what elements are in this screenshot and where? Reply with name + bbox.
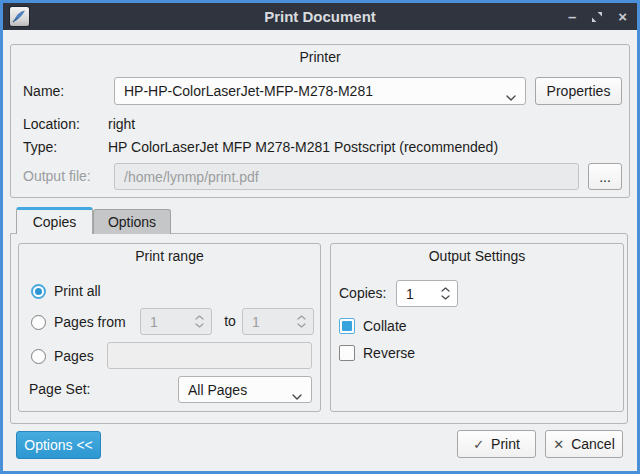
reverse-checkbox[interactable] — [339, 345, 355, 361]
close-button[interactable]: × — [618, 9, 627, 24]
to-label: to — [220, 308, 240, 335]
type-value: HP ColorLaserJet MFP M278-M281 Postscrip… — [108, 139, 498, 155]
properties-button-label: Properties — [547, 83, 611, 99]
page-to-value: 1 — [252, 314, 260, 330]
window-title: Print Document — [3, 8, 637, 25]
pages-range-input — [107, 342, 312, 369]
print-button[interactable]: ✓ Print — [457, 430, 536, 458]
print-button-label: Print — [491, 436, 520, 452]
titlebar: Print Document – × — [3, 3, 637, 30]
pages-from-radio[interactable] — [31, 315, 46, 330]
options-toggle-label: Options << — [24, 437, 93, 453]
copies-spinner[interactable]: 1 — [396, 280, 458, 307]
cancel-button-label: Cancel — [571, 436, 615, 452]
collate-label[interactable]: Collate — [363, 318, 407, 334]
print-dialog-window: Print Document – × Printer Name: HP-HP-C… — [0, 0, 640, 474]
type-label: Type: — [23, 139, 57, 155]
print-range-group-title: Print range — [19, 248, 320, 264]
tab-copies[interactable]: Copies — [16, 207, 93, 234]
copies-label: Copies: — [339, 280, 386, 307]
pages-radio[interactable] — [31, 349, 46, 364]
minimize-button[interactable]: – — [568, 9, 576, 24]
printer-name-label: Name: — [23, 77, 64, 105]
page-from-value: 1 — [150, 314, 158, 330]
spinner-arrows-icon — [297, 315, 306, 328]
reverse-label[interactable]: Reverse — [363, 345, 415, 361]
page-set-label: Page Set: — [29, 376, 91, 403]
copies-value: 1 — [406, 286, 414, 302]
maximize-button[interactable] — [591, 11, 603, 23]
printer-name-select[interactable]: HP-HP-ColorLaserJet-MFP-M278-M281 — [114, 77, 526, 105]
collate-checkbox[interactable] — [339, 318, 355, 334]
page-set-select[interactable]: All Pages — [178, 376, 312, 403]
pages-from-label[interactable]: Pages from — [54, 315, 126, 330]
location-value: right — [108, 116, 135, 132]
tab-options[interactable]: Options — [93, 209, 171, 234]
output-file-label: Output file: — [23, 163, 91, 190]
output-file-value: /home/lynmp/print.pdf — [124, 169, 259, 185]
printer-group: Printer Name: HP-HP-ColorLaserJet-MFP-M2… — [10, 44, 630, 198]
tab-options-label: Options — [108, 214, 156, 230]
print-all-radio[interactable] — [31, 284, 46, 299]
printer-group-title: Printer — [11, 49, 629, 65]
app-icon — [10, 7, 29, 26]
tab-copies-label: Copies — [33, 214, 77, 230]
page-to-spinner: 1 — [242, 308, 314, 335]
output-settings-group-title: Output Settings — [331, 248, 623, 264]
spinner-arrows-icon[interactable] — [441, 287, 450, 300]
cross-icon: ✕ — [553, 437, 564, 452]
chevron-down-icon — [506, 88, 516, 104]
browse-button[interactable]: ... — [588, 163, 622, 190]
chevron-down-icon — [292, 387, 302, 403]
output-settings-group: Output Settings Copies: 1 Collate Revers… — [330, 243, 624, 412]
spinner-arrows-icon — [195, 315, 204, 328]
browse-button-label: ... — [599, 169, 611, 185]
maximize-icon — [591, 11, 603, 23]
print-range-group: Print range Print all Pages from 1 to 1 … — [18, 243, 321, 412]
window-controls: – × — [568, 3, 627, 30]
print-all-label[interactable]: Print all — [54, 284, 101, 299]
location-label: Location: — [23, 116, 80, 132]
printer-name-value: HP-HP-ColorLaserJet-MFP-M278-M281 — [124, 83, 373, 99]
cancel-button[interactable]: ✕ Cancel — [545, 430, 623, 458]
options-toggle-button[interactable]: Options << — [16, 431, 101, 459]
page-from-spinner: 1 — [140, 308, 212, 335]
pages-label[interactable]: Pages — [54, 349, 94, 364]
page-set-value: All Pages — [188, 382, 247, 398]
output-file-input: /home/lynmp/print.pdf — [114, 163, 579, 190]
check-icon: ✓ — [473, 437, 484, 452]
properties-button[interactable]: Properties — [535, 77, 622, 105]
